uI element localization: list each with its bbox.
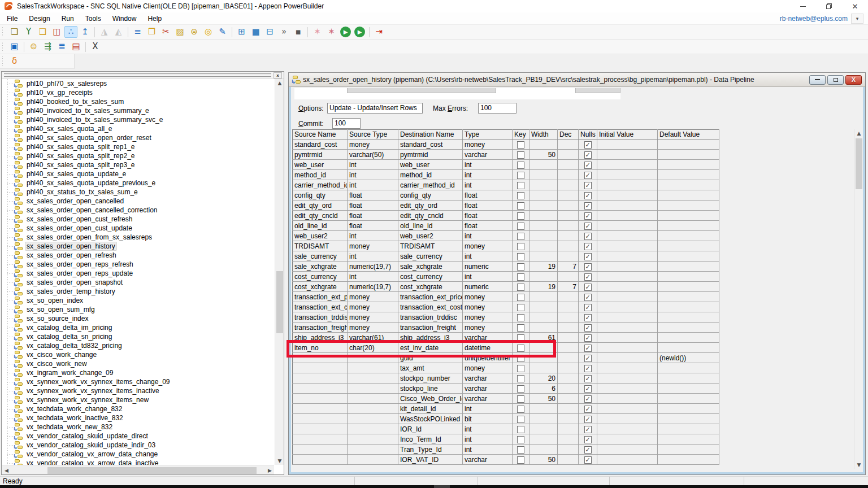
dec-cell[interactable] xyxy=(558,363,579,373)
dec-cell[interactable] xyxy=(558,343,579,353)
scroll-down-icon[interactable]: ▼ xyxy=(854,462,863,468)
dec-cell[interactable] xyxy=(558,231,579,241)
initial-value-cell[interactable] xyxy=(597,394,658,404)
pipeline-close-button[interactable]: X xyxy=(845,75,862,85)
nulls-checkbox[interactable] xyxy=(584,263,592,271)
run-select-icon[interactable]: ▶ xyxy=(354,27,365,37)
width-cell[interactable]: 50 xyxy=(530,150,558,160)
width-cell[interactable] xyxy=(530,160,558,170)
dec-cell[interactable] xyxy=(558,302,579,312)
warning-prev-icon[interactable]: ◭ xyxy=(112,26,125,38)
nulls-checkbox[interactable] xyxy=(584,172,592,179)
menu-help[interactable]: Help xyxy=(142,12,167,25)
source-name-cell[interactable]: carrier_method_id xyxy=(293,180,348,190)
key-checkbox[interactable] xyxy=(517,162,524,169)
destination-type-cell[interactable]: money xyxy=(463,323,513,333)
destination-type-cell[interactable]: money xyxy=(463,140,513,150)
scroll-up-icon[interactable]: ▲ xyxy=(275,80,284,86)
dec-cell[interactable] xyxy=(558,373,579,384)
source-name-cell[interactable] xyxy=(293,384,348,394)
destination-name-cell[interactable]: IOR_Id xyxy=(398,424,463,434)
source-type-cell[interactable] xyxy=(348,394,398,404)
tree-item[interactable]: ↳ phl10_phl70_sx_salesreps xyxy=(2,79,274,88)
default-value-cell[interactable] xyxy=(658,150,719,160)
source-name-cell[interactable]: edit_qty_ord xyxy=(293,201,348,211)
source-name-cell[interactable]: transaction_ext_cost xyxy=(293,302,348,312)
tree-item[interactable]: ↳ sx_so_open_index xyxy=(2,296,274,305)
source-name-cell[interactable] xyxy=(293,363,348,373)
destination-name-cell[interactable]: transaction_trddisc xyxy=(398,312,463,323)
tree-item[interactable]: ↳ phl10_vx_gp_receipts xyxy=(2,88,274,97)
source-name-cell[interactable] xyxy=(293,394,348,404)
nulls-checkbox[interactable] xyxy=(584,385,592,393)
width-cell[interactable] xyxy=(530,251,558,262)
initial-value-cell[interactable] xyxy=(597,353,658,363)
source-name-cell[interactable]: cost_xchgrate xyxy=(293,282,348,292)
destination-name-cell[interactable]: edit_qty_ord xyxy=(398,201,463,211)
source-type-cell[interactable]: numeric(19,7) xyxy=(348,262,398,272)
source-type-cell[interactable] xyxy=(348,424,398,434)
source-type-cell[interactable]: float xyxy=(348,211,398,221)
destination-name-cell[interactable]: Cisco_Web_Order_Id xyxy=(398,394,463,404)
dec-cell[interactable] xyxy=(558,221,579,231)
key-checkbox[interactable] xyxy=(517,182,524,189)
destination-name-cell[interactable]: transaction_ext_cost xyxy=(398,302,463,312)
nulls-checkbox[interactable] xyxy=(584,345,592,352)
source-name-cell[interactable]: sale_xchgrate xyxy=(293,262,348,272)
key-checkbox[interactable] xyxy=(517,212,524,220)
destination-name-cell[interactable]: WasStockPOLinked xyxy=(398,414,463,424)
default-value-cell[interactable] xyxy=(658,363,719,373)
destination-type-cell[interactable]: int xyxy=(463,170,513,180)
db-profile-icon[interactable]: ◎ xyxy=(202,26,215,38)
key-checkbox[interactable] xyxy=(517,385,524,393)
default-value-cell[interactable] xyxy=(658,170,719,180)
width-cell[interactable]: 6 xyxy=(530,384,558,394)
source-type-cell[interactable]: int xyxy=(348,170,398,180)
initial-value-cell[interactable] xyxy=(597,363,658,373)
dec-cell[interactable] xyxy=(558,170,579,180)
tree-item[interactable]: ↳ sx_sales_order_open_snapshot xyxy=(2,278,274,287)
source-type-cell[interactable]: float xyxy=(348,221,398,231)
source-name-cell[interactable]: edit_qty_cncld xyxy=(293,211,348,221)
initial-value-cell[interactable] xyxy=(597,241,658,251)
options-input[interactable]: Update - Update/Insert Rows xyxy=(327,103,423,114)
destination-name-cell[interactable]: carrier_method_id xyxy=(398,180,463,190)
dec-cell[interactable] xyxy=(558,312,579,323)
tree-item[interactable]: ↳ phl40_invoiced_to_tx_sales_summary_e xyxy=(2,106,274,115)
output-icon[interactable]: ▨ xyxy=(173,26,186,38)
default-value-cell[interactable] xyxy=(658,201,719,211)
key-checkbox[interactable] xyxy=(517,141,524,149)
destination-name-cell[interactable]: web_user2 xyxy=(398,231,463,241)
tree-item[interactable]: ↳ vx_catalog_delta_td832_pricing xyxy=(2,341,274,350)
default-value-cell[interactable] xyxy=(658,221,719,231)
destination-name-cell[interactable]: transaction_freight xyxy=(398,323,463,333)
nulls-checkbox[interactable] xyxy=(584,294,592,301)
key-checkbox[interactable] xyxy=(517,436,524,443)
tree-item[interactable]: ↳ vx_ingram_work_change_09 xyxy=(2,368,274,377)
dec-cell[interactable] xyxy=(558,140,579,150)
source-type-cell[interactable]: varchar(50) xyxy=(348,150,398,160)
scrollbar-thumb[interactable] xyxy=(47,467,257,474)
menu-file[interactable]: File xyxy=(1,12,23,25)
toolbar-gripper[interactable] xyxy=(2,42,5,52)
nulls-checkbox[interactable] xyxy=(584,304,592,311)
initial-value-cell[interactable] xyxy=(597,445,658,455)
tree-item[interactable]: ↳ phl40_invoiced_to_tx_sales_summary_svc… xyxy=(2,115,274,124)
key-checkbox[interactable] xyxy=(517,406,524,413)
export-icon[interactable]: ↥ xyxy=(79,26,92,38)
source-name-cell[interactable]: cost_currency xyxy=(293,272,348,282)
menu-design[interactable]: Design xyxy=(23,12,55,25)
dec-cell[interactable]: 7 xyxy=(558,262,579,272)
width-cell[interactable] xyxy=(530,221,558,231)
nulls-checkbox[interactable] xyxy=(584,334,592,342)
dec-cell[interactable] xyxy=(558,323,579,333)
destination-type-cell[interactable]: varchar xyxy=(463,373,513,384)
dec-cell[interactable] xyxy=(558,292,579,302)
source-name-cell[interactable]: transaction_freight xyxy=(293,323,348,333)
source-name-cell[interactable]: config_qty xyxy=(293,190,348,201)
run-app-icon[interactable]: ⊞ xyxy=(235,26,248,38)
nulls-checkbox[interactable] xyxy=(584,182,592,189)
destination-type-cell[interactable]: money xyxy=(463,312,513,323)
account-link[interactable]: rb-netweb@eplus.com xyxy=(780,15,848,23)
destination-type-cell[interactable]: int xyxy=(463,160,513,170)
